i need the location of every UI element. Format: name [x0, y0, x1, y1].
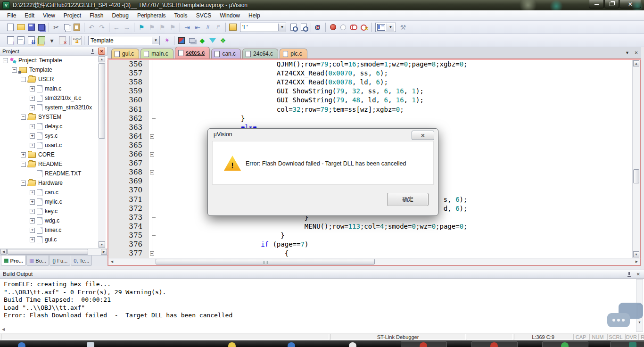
tree-item-system[interactable]: −SYSTEM — [0, 112, 107, 122]
taskbar-app-1[interactable] — [18, 342, 25, 347]
expand-icon[interactable]: + — [30, 143, 35, 148]
tree-item-readme-txt[interactable]: README.TXT — [0, 169, 107, 178]
filter-icon[interactable] — [207, 35, 218, 46]
editor-hscrollbar[interactable]: ◀ ▶ — [107, 258, 641, 265]
expand-icon[interactable]: + — [30, 237, 35, 242]
scroll-up-icon[interactable]: ▲ — [99, 56, 105, 62]
tree-item-main-c[interactable]: +main.c — [0, 84, 107, 93]
menu-debug[interactable]: Debug — [108, 11, 133, 20]
save-icon[interactable] — [26, 22, 36, 33]
expand-icon[interactable]: + — [30, 124, 35, 129]
minimize-button[interactable] — [589, 0, 604, 8]
menu-peripherals[interactable]: Peripherals — [133, 11, 170, 20]
tree-item-myiic-c[interactable]: +myiic.c — [0, 197, 107, 207]
close-button[interactable]: ✕ — [619, 0, 641, 8]
bookmark-toggle-icon[interactable]: ⚑ — [136, 22, 147, 33]
panel-tab-bo[interactable]: ▥Bo... — [26, 256, 49, 266]
menu-edit[interactable]: Edit — [20, 11, 39, 20]
new-file-icon[interactable] — [5, 22, 16, 33]
menu-project[interactable]: Project — [59, 11, 85, 20]
chevron-down-icon[interactable]: ▼ — [152, 37, 159, 44]
expand-icon[interactable]: + — [30, 133, 35, 139]
comment-icon[interactable]: // — [203, 22, 213, 33]
navigate-forward-icon[interactable]: → — [122, 22, 132, 33]
rebuild-all-icon[interactable] — [26, 35, 36, 46]
scroll-right-icon[interactable]: ▶ — [634, 259, 640, 264]
dialog-title[interactable]: µVision — [214, 131, 232, 138]
expand-icon[interactable]: + — [30, 86, 35, 91]
expand-icon[interactable]: + — [30, 228, 35, 233]
project-tree-hscroll-thumb[interactable] — [7, 249, 88, 255]
translate-file-icon[interactable] — [5, 35, 16, 46]
tree-item-hardware[interactable]: −Hardware — [0, 178, 107, 188]
scroll-down-icon[interactable]: ▼ — [99, 241, 105, 248]
scroll-left-icon[interactable]: ◀ — [2, 327, 5, 331]
tree-item-stm32f10x-it-c[interactable]: +stm32f10x_it.c — [0, 93, 107, 103]
breakpoint-disable-all-icon[interactable] — [348, 22, 359, 33]
title-bar[interactable]: V D:\2122\软件\GitHub2122\GL\LH_SPI -420 -… — [0, 0, 644, 10]
edit-config-icon[interactable] — [228, 22, 238, 33]
paste-icon[interactable] — [72, 22, 82, 33]
toolbar-grip[interactable] — [1, 23, 4, 32]
tree-item-user[interactable]: −USER — [0, 74, 107, 84]
batch-build-icon[interactable] — [36, 35, 47, 46]
tree-item-readme[interactable]: −README — [0, 159, 107, 169]
download-to-flash-icon[interactable]: LOAD⇊ — [72, 35, 82, 46]
expand-icon[interactable]: + — [30, 199, 35, 205]
fold-collapse-icon[interactable]: − — [150, 170, 154, 174]
redo-icon[interactable]: ↷ — [97, 22, 107, 33]
manage-rte-icon[interactable] — [176, 35, 187, 46]
bookmark-clear-icon[interactable]: ⚑ — [167, 22, 178, 33]
collapse-icon[interactable]: − — [3, 58, 8, 63]
taskbar-app-3[interactable] — [228, 342, 236, 347]
tab-gui-c[interactable]: gui.c — [111, 49, 139, 58]
pin-icon[interactable] — [90, 49, 95, 54]
expand-icon[interactable]: + — [30, 96, 35, 101]
tab-close-icon[interactable]: ✕ — [633, 50, 639, 56]
panel-tab-te[interactable]: 0,Te... — [71, 256, 92, 266]
menu-flash[interactable]: Flash — [85, 11, 107, 20]
project-tree-vscroll-thumb[interactable] — [99, 63, 105, 139]
uncomment-icon[interactable]: /* — [213, 22, 223, 33]
select-device-icon[interactable]: ◆ — [197, 35, 207, 46]
collapse-icon[interactable]: − — [21, 181, 26, 186]
tree-item-delay-c[interactable]: +delay.c — [0, 122, 107, 131]
restore-button[interactable] — [604, 0, 619, 8]
dialog-close-button[interactable]: ✕ — [412, 131, 434, 140]
collapse-icon[interactable]: − — [21, 115, 26, 120]
expand-icon[interactable]: + — [30, 218, 35, 223]
editor-hscroll-thumb[interactable] — [156, 259, 375, 264]
ok-button[interactable]: 确定 — [387, 193, 429, 206]
breakpoint-enable-icon[interactable] — [338, 22, 348, 33]
taskbar-app-9-button[interactable] — [610, 341, 644, 347]
fold-collapse-icon[interactable]: − — [150, 251, 154, 256]
scroll-left-icon[interactable]: ◀ — [109, 259, 115, 264]
menu-view[interactable]: View — [39, 11, 59, 20]
options-for-target-icon[interactable]: ✶ — [162, 35, 172, 46]
pin-icon[interactable] — [627, 272, 632, 277]
tree-item-timer-c[interactable]: +timer.c — [0, 225, 107, 235]
navigate-back-icon[interactable]: ← — [111, 22, 122, 33]
scroll-left-icon[interactable]: ◀ — [0, 249, 7, 255]
tab-main-c[interactable]: main.c — [140, 49, 173, 58]
panel-tab-fu[interactable]: {}Fu... — [50, 256, 70, 266]
bookmark-prev-icon[interactable]: ⚑ — [147, 22, 157, 33]
build-output-log[interactable]: FromELF: creating hex file..."..\OBJ\tt.… — [0, 278, 644, 333]
fold-collapse-icon[interactable]: − — [150, 152, 154, 157]
save-all-icon[interactable] — [36, 22, 47, 33]
tree-item-wdg-c[interactable]: +wdg.c — [0, 216, 107, 225]
taskbar-app-6[interactable] — [420, 342, 427, 347]
breakpoint-kill-all-icon[interactable] — [359, 22, 369, 33]
open-folder-icon[interactable] — [16, 22, 26, 33]
indent-left-icon[interactable]: ⇤ — [192, 22, 203, 33]
window-layout-combo[interactable]: ▼ — [375, 23, 396, 32]
collapse-icon[interactable]: − — [21, 77, 26, 82]
incremental-find-icon[interactable] — [298, 22, 309, 33]
tab-can-c[interactable]: can.c — [211, 49, 241, 58]
tree-item-usart-c[interactable]: +usart.c — [0, 140, 107, 150]
taskbar-app-9[interactable] — [629, 342, 636, 347]
copy-icon[interactable] — [61, 22, 72, 33]
tab-list-dropdown-icon[interactable]: ▼ — [624, 50, 630, 56]
manage-project-items-icon[interactable] — [187, 35, 197, 46]
taskbar-app-4[interactable] — [288, 342, 295, 347]
